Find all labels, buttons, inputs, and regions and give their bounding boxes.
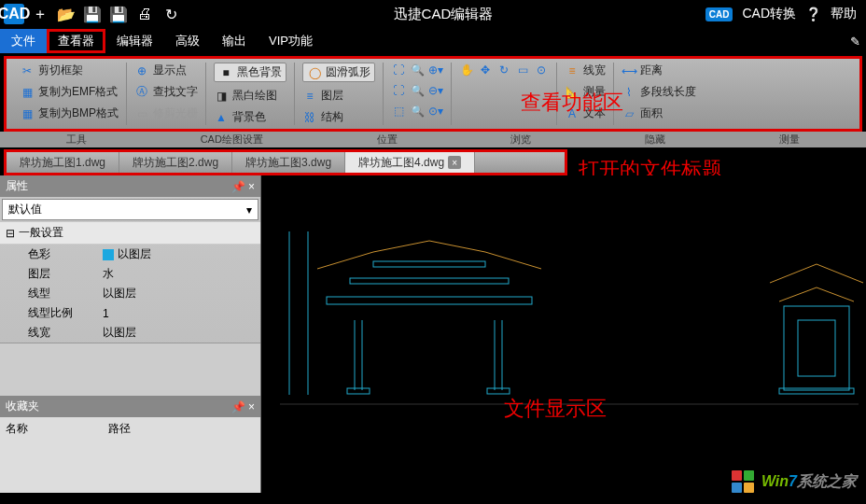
app-icon: CAD xyxy=(4,4,24,24)
prop-row[interactable]: 线型以图层 xyxy=(0,284,260,303)
zoom-group-3[interactable]: ⬚🔍⊙▾ xyxy=(391,104,443,119)
menu-output[interactable]: 输出 xyxy=(211,29,258,53)
target-icon: ⊙ xyxy=(534,63,549,77)
crop-icon: ✂ xyxy=(20,63,35,78)
bmp-icon: ▦ xyxy=(20,106,35,121)
arc-icon: ◯ xyxy=(307,65,322,80)
find-text-button[interactable]: Ⓐ查找文字 xyxy=(134,84,198,100)
cad-convert-badge: CAD xyxy=(705,7,733,21)
linewidth-button[interactable]: ≡线宽 xyxy=(565,63,606,78)
col-path: 路径 xyxy=(108,421,131,437)
svg-rect-0 xyxy=(327,297,532,304)
find-icon: Ⓐ xyxy=(134,85,149,100)
pin-icon[interactable]: 📌 × xyxy=(231,180,255,193)
title-bar: CAD ＋ 📂 💾 💾 🖨 ↻ 迅捷CAD编辑器 CAD CAD转换 ❔ 帮助 xyxy=(0,0,866,28)
zoomprev-icon: ⊙▾ xyxy=(428,104,443,119)
text-button[interactable]: A文本 xyxy=(565,105,606,121)
pin-icon[interactable]: 📌 × xyxy=(231,400,255,413)
file-tab-active[interactable]: 牌坊施工图4.dwg× xyxy=(345,152,475,173)
menu-editor[interactable]: 编辑器 xyxy=(105,29,164,53)
extent-icon: ⛶ xyxy=(391,83,406,98)
menu-vip[interactable]: VIP功能 xyxy=(258,29,324,53)
default-value-dropdown[interactable]: 默认值▾ xyxy=(2,199,258,220)
collapse-icon: ⊟ xyxy=(6,227,15,240)
zoomfit-icon: ⛶ xyxy=(391,63,406,77)
zoomwin-icon: 🔍 xyxy=(410,63,425,77)
bg-color-button[interactable]: ▲背景色 xyxy=(214,109,286,125)
blackbg-icon: ■ xyxy=(218,65,233,80)
save-icon[interactable]: 💾 xyxy=(82,4,103,24)
zoomin-icon: ⊕▾ xyxy=(428,63,443,77)
redo-icon[interactable]: ↻ xyxy=(161,4,181,24)
general-settings-group[interactable]: ⊟一般设置 xyxy=(0,222,260,245)
file-tab[interactable]: 牌坊施工图3.dwg xyxy=(232,152,345,173)
file-tab[interactable]: 牌坊施工图1.dwg xyxy=(7,152,119,173)
point-icon: ⊕ xyxy=(134,63,149,78)
file-tab[interactable]: 牌坊施工图2.dwg xyxy=(119,152,232,173)
area-button[interactable]: ▱面积 xyxy=(622,105,696,121)
layers-button[interactable]: ≡图层 xyxy=(302,88,375,104)
prop-row[interactable]: 线宽以图层 xyxy=(0,323,260,343)
prop-row[interactable]: 图层水 xyxy=(0,264,260,284)
close-icon[interactable]: × xyxy=(448,156,461,169)
crop-frame-button[interactable]: ✂剪切框架 xyxy=(20,63,119,78)
rotate-icon: ↻ xyxy=(496,63,511,77)
corner-edit-icon[interactable]: ✎ xyxy=(850,35,866,49)
prop-row[interactable]: 线型比例1 xyxy=(0,303,260,323)
help-icon[interactable]: ❔ xyxy=(805,7,821,21)
ribbon-highlight: ✂剪切框架 ▦复制为EMF格式 ▦复制为BMP格式 ⊕显示点 Ⓐ查找文字 ▭修剪… xyxy=(4,56,862,132)
app-title: 迅捷CAD编辑器 xyxy=(181,6,705,23)
copy-bmp-button[interactable]: ▦复制为BMP格式 xyxy=(20,105,119,121)
hand-icon: ✋ xyxy=(459,63,474,77)
pan2-icon: 🔍 xyxy=(410,104,425,119)
zoom-group-1[interactable]: ⛶🔍⊕▾ xyxy=(391,63,443,77)
structure-button[interactable]: ⛓结构 xyxy=(302,109,375,125)
chevron-down-icon: ▾ xyxy=(246,203,252,217)
ribbon-label-measure: 测量 xyxy=(779,133,800,147)
properties-header: 属性 📌 × xyxy=(0,175,260,197)
svg-rect-7 xyxy=(347,388,370,394)
distance-button[interactable]: ⟷距离 xyxy=(622,63,696,78)
ribbon: ✂剪切框架 ▦复制为EMF格式 ▦复制为BMP格式 ⊕显示点 Ⓐ查找文字 ▭修剪… xyxy=(7,59,859,129)
open-icon[interactable]: 📂 xyxy=(56,4,77,24)
show-point-button[interactable]: ⊕显示点 xyxy=(134,63,198,78)
saveas-icon[interactable]: 💾 xyxy=(108,4,129,24)
trim-raster-button[interactable]: ▭修剪光栅 xyxy=(134,105,198,121)
polyline-len-button[interactable]: ⌇多段线长度 xyxy=(622,84,696,100)
ribbon-label-browse: 浏览 xyxy=(510,133,531,147)
measure-button[interactable]: 📐测量 xyxy=(565,84,606,100)
3d-icon: ⬚ xyxy=(391,104,406,119)
black-bg-button[interactable]: ■黑色背景 xyxy=(214,63,286,82)
copy-emf-button[interactable]: ▦复制为EMF格式 xyxy=(20,84,119,100)
ribbon-label-tools: 工具 xyxy=(66,133,87,147)
cad-drawing xyxy=(261,175,866,493)
new-icon[interactable]: ＋ xyxy=(30,4,50,24)
svg-rect-1 xyxy=(350,278,509,284)
help-link[interactable]: 帮助 xyxy=(831,6,857,22)
linewidth-icon: ≡ xyxy=(565,63,580,78)
watermark: Win7系统之家 xyxy=(730,469,857,495)
col-name: 名称 xyxy=(6,421,108,437)
ribbon-label-hide: 隐藏 xyxy=(645,133,665,147)
bgcolor-icon: ▲ xyxy=(214,110,229,125)
bw-draw-button[interactable]: ◨黑白绘图 xyxy=(214,88,286,104)
box-icon: ▭ xyxy=(515,63,530,77)
menu-file[interactable]: 文件 xyxy=(0,29,47,53)
emf-icon: ▦ xyxy=(20,85,35,100)
ribbon-label-cad: CAD绘图设置 xyxy=(201,133,263,147)
zoomall-icon: 🔍 xyxy=(410,83,425,98)
color-swatch xyxy=(103,249,114,260)
drawing-canvas[interactable]: 文件显示区 xyxy=(261,175,866,493)
prop-row[interactable]: 色彩以图层 xyxy=(0,245,260,264)
svg-rect-8 xyxy=(487,388,510,394)
print-icon[interactable]: 🖨 xyxy=(134,4,155,24)
zoom-group-2[interactable]: ⛶🔍⊖▾ xyxy=(391,83,443,98)
cad-convert-link[interactable]: CAD转换 xyxy=(742,6,796,22)
trim-icon: ▭ xyxy=(134,106,149,121)
svg-rect-11 xyxy=(784,306,849,390)
menu-viewer[interactable]: 查看器 xyxy=(47,29,105,53)
pan-group[interactable]: ✋✥↻▭⊙ xyxy=(459,63,549,77)
menu-advanced[interactable]: 高级 xyxy=(164,29,211,53)
text-icon: A xyxy=(565,106,580,121)
smooth-arc-button[interactable]: ◯圆滑弧形 xyxy=(302,63,375,82)
